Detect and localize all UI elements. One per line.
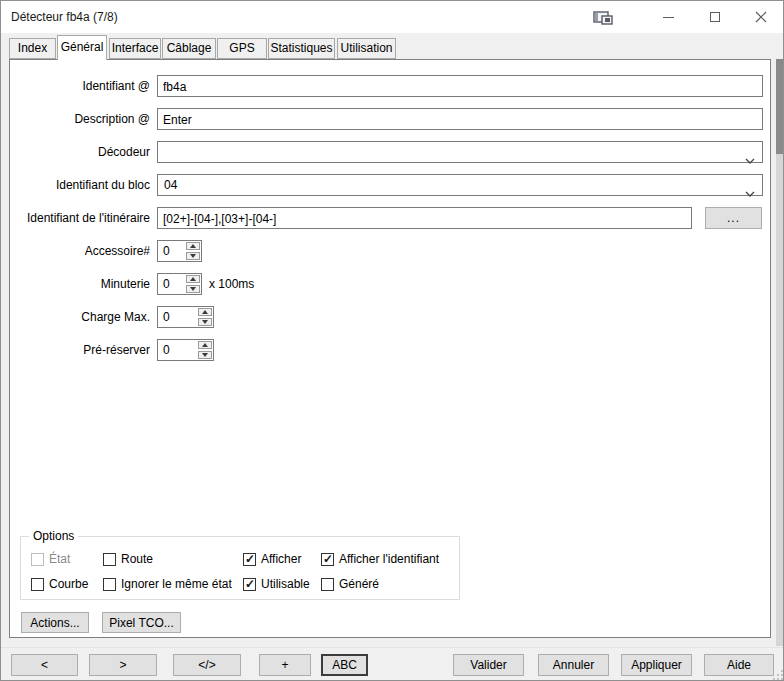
bloc-value: 04: [164, 175, 177, 195]
pixel-tco-button[interactable]: Pixel TCO...: [102, 612, 181, 633]
arrow-down-icon: [190, 287, 196, 291]
tab-statistiques[interactable]: Statistiques: [268, 38, 335, 59]
minuterie-label: Minuterie: [10, 273, 150, 295]
decodeur-label: Décodeur: [10, 141, 150, 163]
checkbox-box[interactable]: [321, 578, 334, 591]
minuterie-input[interactable]: [158, 274, 185, 294]
arrow-down-icon: [190, 254, 196, 258]
checkbox-etat: État: [31, 552, 70, 566]
close-icon: [755, 11, 767, 23]
identifiant-input[interactable]: [158, 77, 762, 97]
abc-button[interactable]: ABC: [321, 654, 368, 676]
spin-up-button[interactable]: [186, 275, 200, 283]
spin-down-button[interactable]: [198, 318, 212, 326]
checkbox-ignorer-meme-etat[interactable]: Ignorer le même état: [103, 577, 232, 591]
scrollbar-thumb[interactable]: [776, 59, 783, 154]
decodeur-combo[interactable]: [157, 141, 763, 163]
code-button[interactable]: </>: [173, 654, 241, 676]
itineraire-input[interactable]: [158, 209, 691, 229]
window-title: Détecteur fb4a (7/8): [11, 1, 118, 33]
checkbox-box[interactable]: [31, 578, 44, 591]
general-tab-page: Identifiant @ Description @ Décodeur Ide…: [9, 59, 771, 638]
identifiant-label: Identifiant @: [10, 75, 150, 97]
charge-max-label: Charge Max.: [10, 306, 150, 328]
bottom-separator: [1, 647, 784, 648]
description-input[interactable]: [158, 110, 762, 130]
arrow-down-icon: [202, 353, 208, 357]
checkbox-route[interactable]: Route: [103, 552, 153, 566]
tab-gps[interactable]: GPS: [217, 38, 267, 59]
spin-down-button[interactable]: [198, 351, 212, 359]
arrow-up-icon: [202, 310, 208, 314]
itineraire-browse-button[interactable]: ...: [705, 207, 762, 229]
chevron-down-icon: [745, 182, 755, 204]
prev-button[interactable]: <: [11, 654, 78, 676]
dialog-window: Détecteur fb4a (7/8) Index Général Inter…: [0, 0, 784, 681]
valider-button[interactable]: Valider: [453, 654, 524, 676]
resize-grip[interactable]: [773, 670, 783, 680]
titlebar: Détecteur fb4a (7/8): [1, 1, 783, 33]
options-group: Options État Route Afficher Afficher l'i…: [20, 536, 460, 600]
tco-window-icon: [593, 11, 615, 26]
checkbox-box: [31, 553, 44, 566]
arrow-up-icon: [190, 277, 196, 281]
chevron-down-icon: [745, 149, 755, 171]
tab-index[interactable]: Index: [9, 38, 56, 59]
spin-down-button[interactable]: [186, 252, 200, 260]
tab-cablage[interactable]: Câblage: [162, 38, 216, 59]
bloc-label: Identifiant du bloc: [10, 174, 150, 196]
checkbox-afficher-identifiant[interactable]: Afficher l'identifiant: [321, 552, 439, 566]
checkbox-genere[interactable]: Généré: [321, 577, 379, 591]
tab-utilisation[interactable]: Utilisation: [337, 38, 396, 59]
accessoire-label: Accessoire#: [10, 240, 150, 262]
bloc-combo[interactable]: 04: [157, 174, 763, 196]
pre-reserver-input[interactable]: [158, 340, 197, 360]
checkbox-box[interactable]: [243, 553, 256, 566]
add-button[interactable]: +: [259, 654, 311, 676]
accessoire-spinner: [157, 240, 202, 262]
tab-interface[interactable]: Interface: [109, 38, 161, 59]
accessoire-input[interactable]: [158, 241, 185, 261]
spin-down-button[interactable]: [186, 285, 200, 293]
appliquer-button[interactable]: Appliquer: [621, 654, 692, 676]
maximize-button[interactable]: [692, 2, 737, 32]
minimize-icon: [663, 17, 674, 18]
checkbox-box[interactable]: [103, 578, 116, 591]
charge-max-input[interactable]: [158, 307, 197, 327]
arrow-up-icon: [202, 343, 208, 347]
annuler-button[interactable]: Annuler: [538, 654, 609, 676]
identifiant-input-box: [157, 75, 763, 97]
aide-button[interactable]: Aide: [704, 654, 774, 676]
description-input-box: [157, 108, 763, 130]
description-label: Description @: [10, 108, 150, 130]
checkbox-box[interactable]: [321, 553, 334, 566]
checkbox-box[interactable]: [243, 578, 256, 591]
pre-reserver-label: Pré-réserver: [10, 339, 150, 361]
pre-reserver-spinner: [157, 339, 214, 361]
vertical-scrollbar[interactable]: [776, 59, 783, 646]
actions-button[interactable]: Actions...: [21, 612, 89, 633]
checkbox-courbe[interactable]: Courbe: [31, 577, 88, 591]
charge-max-spinner: [157, 306, 214, 328]
spin-up-button[interactable]: [198, 308, 212, 316]
minuterie-spinner: [157, 273, 202, 295]
options-group-title: Options: [29, 529, 78, 543]
minuterie-unit-label: x 100ms: [209, 273, 254, 295]
checkbox-utilisable[interactable]: Utilisable: [243, 577, 310, 591]
checkbox-afficher[interactable]: Afficher: [243, 552, 301, 566]
maximize-icon: [710, 12, 720, 22]
next-button[interactable]: >: [89, 654, 157, 676]
arrow-down-icon: [202, 320, 208, 324]
checkbox-box[interactable]: [103, 553, 116, 566]
tab-general[interactable]: Général: [57, 35, 107, 60]
itineraire-input-box: [157, 207, 692, 229]
minimize-button[interactable]: [646, 2, 691, 32]
close-button[interactable]: [738, 2, 783, 32]
itineraire-label: Identifiant de l'itinéraire: [10, 207, 150, 229]
arrow-up-icon: [190, 244, 196, 248]
spin-up-button[interactable]: [186, 242, 200, 250]
spin-up-button[interactable]: [198, 341, 212, 349]
